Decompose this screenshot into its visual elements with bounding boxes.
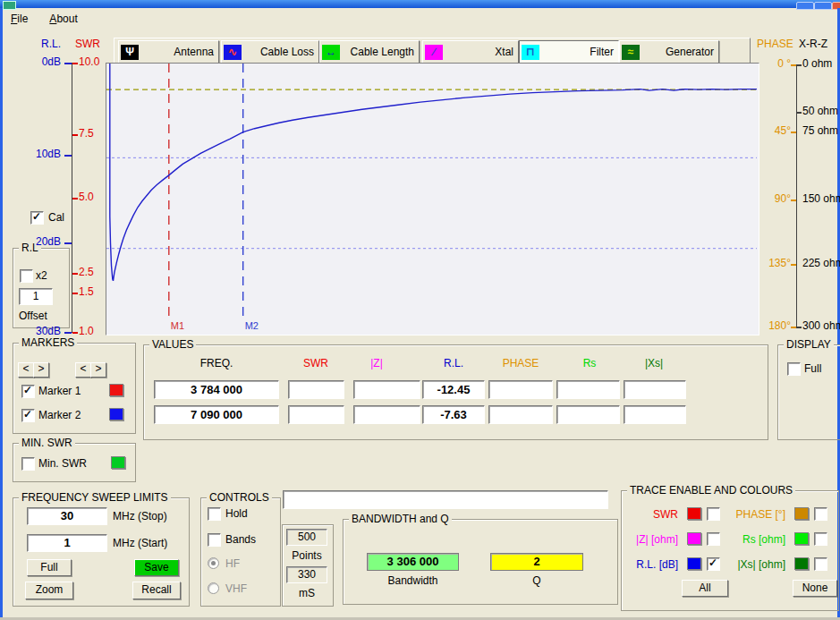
trace-color-swatch-phase°[interactable] <box>794 507 809 520</box>
hold-checkbox[interactable] <box>208 507 221 521</box>
toolbar-button-cable-loss[interactable]: ∿Cable Loss <box>221 40 319 64</box>
toolbar-button-xtal[interactable]: ∕Xtal <box>422 40 519 64</box>
trace-checkbox-swr[interactable] <box>707 507 720 521</box>
values-cell-row1-col3[interactable] <box>353 380 420 399</box>
menu-bar: FileAbout <box>4 11 85 27</box>
toolbar-button-filter[interactable]: ⊓Filter <box>519 40 619 64</box>
values-cell-row1-col4[interactable]: -12.45 <box>422 380 485 399</box>
trace-label-swr: SWR <box>626 508 678 521</box>
trace-checkbox-xsohm[interactable] <box>814 557 827 571</box>
save-button[interactable]: Save <box>134 559 179 576</box>
trace-checkbox-rsohm[interactable] <box>814 532 827 546</box>
trace-color-swatch-zohm[interactable] <box>687 532 701 545</box>
marker1-color-swatch[interactable] <box>109 384 123 396</box>
filter-icon: ⊓ <box>522 45 539 60</box>
values-cell-row1-col5[interactable] <box>488 380 553 399</box>
bandwidth-caption: BANDWIDTH and Q <box>349 513 452 525</box>
points-field[interactable]: 500 <box>286 529 327 546</box>
values-cell-row2-col3[interactable] <box>353 405 420 424</box>
swr-tick-label: 2.5 <box>79 266 94 278</box>
recall-button[interactable]: Recall <box>132 582 181 599</box>
swr-tick-label: 10.0 <box>79 55 99 68</box>
toolbar-button-generator[interactable]: ≈Generator <box>619 40 719 64</box>
values-cell-row2-col2[interactable] <box>288 405 344 424</box>
swr-tick-mark <box>72 63 78 64</box>
cal-label: Cal <box>48 211 64 224</box>
display-full-label: Full <box>804 362 821 375</box>
values-cell-row2-col4[interactable]: -7.63 <box>422 405 485 424</box>
window-border-left <box>0 8 3 617</box>
toolbar-panel: ΨAntenna∿Cable Loss↔Cable Length∕Xtal⊓Fi… <box>114 38 751 65</box>
values-cell-row1-col6[interactable] <box>556 380 620 399</box>
values-cell-row2-col7[interactable] <box>624 405 686 424</box>
scan-text-input[interactable] <box>283 490 608 509</box>
app-window: FileAbout ΨAntenna∿Cable Loss↔Cable Leng… <box>0 0 840 620</box>
trace-caption: TRACE ENABLE AND COLOURS <box>627 484 795 497</box>
marker1-checkbox[interactable]: ✓ <box>21 385 35 398</box>
values-cell-row2-col6[interactable] <box>556 405 620 424</box>
trace-none-button[interactable]: None <box>793 580 837 597</box>
trace-color-swatch-rldb[interactable] <box>687 557 701 570</box>
values-caption: VALUES <box>149 338 196 351</box>
menu-file[interactable]: File <box>4 11 35 27</box>
trace-label-rsohm: Rs [ohm] <box>726 533 785 546</box>
q-field: 2 <box>490 553 583 571</box>
toolbar-button-antenna[interactable]: ΨAntenna <box>118 40 219 64</box>
trace-color-swatch-rsohm[interactable] <box>794 532 809 545</box>
trace-color-swatch-swr[interactable] <box>687 507 701 520</box>
toolbar-button-label: Cable Length <box>340 46 419 58</box>
values-cell-row1-col1[interactable]: 3 784 000 <box>154 380 279 399</box>
min-swr-color-swatch[interactable] <box>111 456 125 469</box>
values-cell-row2-col5[interactable] <box>488 405 553 424</box>
toolbar-button-cable-length[interactable]: ↔Cable Length <box>319 40 420 64</box>
toolbar-button-label: Filter <box>539 46 618 58</box>
maximize-button[interactable] <box>814 2 832 10</box>
x2-checkbox[interactable] <box>20 269 33 283</box>
full-sweep-button[interactable]: Full <box>27 559 72 576</box>
x2-label: x2 <box>36 269 47 282</box>
zoom-button[interactable]: Zoom <box>25 582 73 599</box>
swr-tick-label: 1.0 <box>79 325 94 337</box>
xrz-axis-title: X-R-Z <box>799 38 827 50</box>
values-cell-row1-col2[interactable] <box>288 380 344 399</box>
bands-checkbox[interactable] <box>208 533 221 547</box>
trace-color-swatch-xsohm[interactable] <box>794 557 809 570</box>
title-bar[interactable] <box>0 0 840 8</box>
menu-about[interactable]: About <box>42 11 84 27</box>
trace-checkbox-zohm[interactable] <box>707 532 720 546</box>
marker2-prev-button[interactable]: < <box>75 362 91 378</box>
ohm-tick-mark <box>796 112 802 114</box>
trace-checkbox-phase°[interactable] <box>814 507 827 521</box>
swr-tick-mark <box>72 198 78 200</box>
values-cell-row2-col1[interactable]: 7 090 000 <box>154 405 279 424</box>
rl-tick-label: 20dB <box>25 235 61 248</box>
trace-all-button[interactable]: All <box>682 580 728 597</box>
min-swr-checkbox[interactable] <box>21 457 35 471</box>
bandwidth-field: 3 306 000 <box>367 553 459 571</box>
display-full-checkbox[interactable] <box>787 362 801 376</box>
sweep-chart[interactable]: M1M2 <box>106 63 759 335</box>
controls-caption: CONTROLS <box>207 491 272 504</box>
phase-tick-label: 135° <box>759 257 791 269</box>
stop-frequency-field[interactable]: 30 <box>27 507 107 525</box>
rl-offset-field[interactable]: 1 <box>19 288 53 305</box>
start-frequency-field[interactable]: 1 <box>27 534 107 552</box>
marker1-prev-button[interactable]: < <box>18 362 34 378</box>
values-cell-row1-col7[interactable] <box>624 380 686 399</box>
marker2-next-button[interactable]: > <box>90 362 106 378</box>
marker2-checkbox[interactable]: ✓ <box>21 409 35 422</box>
ms-field[interactable]: 330 <box>286 566 327 583</box>
trace-label-phase°: PHASE [°] <box>726 508 785 521</box>
hf-radio[interactable] <box>208 557 219 569</box>
vhf-radio[interactable] <box>208 582 219 594</box>
display-group: DISPLAY <box>777 344 840 440</box>
phase-tick-label: 45° <box>759 124 791 137</box>
display-caption: DISPLAY <box>784 338 834 351</box>
swr-tick-mark <box>72 134 78 136</box>
trace-checkbox-rldb[interactable]: ✓ <box>707 557 720 571</box>
cal-checkbox[interactable]: ✓ <box>30 211 44 225</box>
trace-label-xsohm: |Xs| [ohm] <box>726 558 785 571</box>
marker1-next-button[interactable]: > <box>33 362 49 378</box>
minimize-button[interactable] <box>796 2 814 10</box>
marker2-color-swatch[interactable] <box>109 408 123 420</box>
